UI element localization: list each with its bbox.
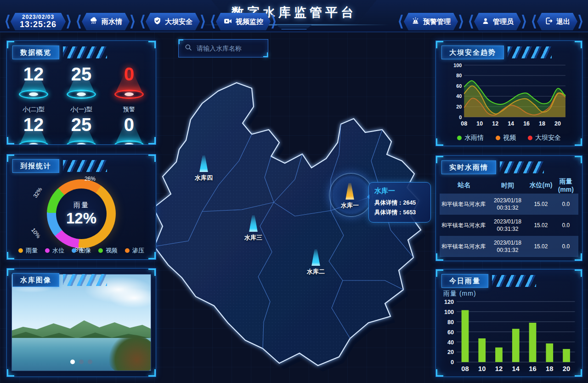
corner-decoration: [263, 52, 268, 57]
province-map-svg: [133, 64, 436, 382]
corner-decoration: [7, 137, 14, 144]
nav-logout[interactable]: 退出: [532, 13, 582, 30]
realtime-table: 站名时间水位(m)雨量(mm)和平镇老马河水库2023/01/1800:31:3…: [440, 177, 578, 261]
legend-item[interactable]: 雨量: [18, 246, 38, 255]
legend-label: 水位: [52, 246, 64, 255]
nav-label: 视频监控: [236, 17, 263, 26]
corner-decoration: [148, 252, 156, 259]
beacon-icon: [311, 249, 321, 266]
report-donut-chart: 雨量 12% 26% 32% 10% 8%: [28, 179, 134, 248]
logout-icon: [544, 17, 553, 27]
svg-text:80: 80: [456, 73, 462, 78]
legend-item[interactable]: 水位: [45, 246, 64, 255]
nav-admin-user[interactable]: 管理员: [469, 13, 526, 30]
map-tooltip: 水库一 具体详情：2645 具体详情：5653: [368, 182, 431, 223]
donut-center-value: 12%: [66, 210, 96, 227]
table-header-cell: 时间: [487, 181, 529, 190]
table-row: 和平镇老马河水库2023/01/1800:31:3215.020.0: [440, 194, 578, 215]
svg-text:08: 08: [461, 365, 469, 372]
chevron-left-icon: [141, 15, 145, 29]
time-cell: 2023/01/1800:31:32: [487, 239, 529, 254]
map-marker-reservoir-2[interactable]: 水库二: [307, 249, 325, 276]
corner-decoration: [7, 252, 14, 259]
legend-label: 视频: [503, 134, 516, 142]
table-header-row: 站名时间水位(m)雨量(mm): [440, 177, 578, 194]
panel-title: 大坝安全趋势: [441, 46, 552, 59]
legend-label: 渗压: [132, 246, 144, 255]
chevron-left-icon: [399, 15, 403, 29]
svg-text:14: 14: [508, 120, 514, 127]
legend-item[interactable]: 视频: [98, 246, 118, 255]
corner-decoration: [7, 154, 14, 162]
panel-title-text: 水库图像: [12, 273, 59, 287]
panel-title: 水库图像: [12, 273, 107, 287]
corner-decoration: [148, 269, 156, 276]
carousel-dots: [70, 360, 92, 364]
legend-label: 水雨情: [464, 134, 484, 142]
svg-text:20: 20: [456, 104, 462, 109]
corner-decoration: [148, 41, 156, 48]
donut-callout: 10%: [30, 227, 42, 240]
stat-label: 预警: [123, 105, 135, 114]
svg-text:0: 0: [451, 359, 454, 366]
svg-text:100: 100: [453, 63, 462, 68]
overview-stat: 12小(二)型: [10, 65, 57, 115]
svg-text:20: 20: [554, 120, 561, 127]
table-row: 和平镇老马河水库2023/01/1800:31:3215.020.0: [440, 257, 578, 261]
table-row: 和平镇老马河水库2023/01/1800:31:3215.020.0: [440, 236, 578, 257]
overview-stat: 25视频监控: [57, 115, 105, 145]
svg-text:14: 14: [512, 365, 520, 372]
legend-item[interactable]: 视频: [496, 134, 516, 142]
corner-decoration: [575, 269, 582, 277]
overview-stats-grid: 12小(二)型25小(一)型0预警12水雨情25视频监控0大坝安全监控: [10, 65, 153, 145]
corner-decoration: [7, 41, 14, 48]
panel-title-text: 实时水雨情: [441, 160, 496, 174]
nav-alert-management[interactable]: 预警管理: [399, 13, 463, 30]
province-map[interactable]: 水库四 水库三 水库二 水库一 水库一 具体详情：2645 具体详情：5653: [133, 64, 436, 382]
carousel-dot[interactable]: [70, 360, 75, 364]
map-marker-reservoir-3[interactable]: 水库三: [244, 215, 262, 242]
title-tab-decoration: [272, 25, 316, 29]
svg-text:100: 100: [444, 309, 454, 315]
svg-text:40: 40: [447, 339, 454, 346]
map-marker-reservoir-1[interactable]: 水库一: [341, 183, 359, 210]
chevron-right-icon: [522, 15, 526, 29]
legend-item[interactable]: 大坝安全: [528, 134, 561, 142]
map-marker-reservoir-4[interactable]: 水库四: [195, 155, 213, 182]
marker-label: 水库三: [244, 234, 262, 242]
svg-text:18: 18: [539, 120, 545, 127]
station-cell: 和平镇老马河水库: [440, 200, 487, 208]
level-cell: 15.02: [528, 222, 553, 229]
panel-realtime-water-rain: 实时水雨情 站名时间水位(m)雨量(mm)和平镇老马河水库2023/01/180…: [435, 155, 582, 261]
chevron-left-icon: [6, 15, 10, 29]
legend-item[interactable]: 水雨情: [457, 134, 484, 142]
donut-center-title: 雨量: [66, 201, 96, 210]
stat-value: 12: [23, 115, 44, 134]
panel-data-overview: 数据概览 12小(二)型25小(一)型0预警12水雨情25视频监控0大坝安全监控: [6, 40, 156, 145]
video-icon: [223, 17, 232, 27]
header-nav-right: 预警管理 管理员 退出: [399, 13, 582, 30]
nav-dam-safety[interactable]: 大坝安全: [141, 13, 205, 30]
nav-rain-water[interactable]: 雨水情: [77, 13, 135, 30]
stripe-decoration: [492, 275, 536, 287]
shield-check-icon: [153, 17, 162, 27]
nav-video-monitor[interactable]: 视频监控: [211, 13, 276, 30]
carousel-dot[interactable]: [88, 360, 92, 364]
search-input[interactable]: [197, 45, 280, 52]
legend-item[interactable]: 图像: [72, 246, 91, 255]
carousel-dot[interactable]: [79, 360, 84, 364]
chevron-right-icon: [130, 15, 135, 29]
corner-decoration: [436, 269, 443, 277]
table-header-cell: 水位(m): [528, 181, 553, 189]
panel-title: 到报统计: [12, 159, 107, 173]
time-cell: 2023/01/1800:31:32: [487, 218, 529, 233]
chevron-left-icon: [469, 15, 473, 29]
dam-trend-chart: 02040608010008101214161820: [440, 62, 579, 129]
panel-reservoir-image: 水库图像: [6, 268, 156, 377]
corner-decoration: [7, 269, 14, 276]
rain-axis-label: 雨量 (mm): [443, 290, 476, 298]
station-cell: 和平镇老马河水库: [440, 222, 487, 229]
legend-item[interactable]: 渗压: [125, 246, 144, 255]
legend-dot-icon: [98, 248, 103, 253]
donut-callout: 32%: [32, 186, 44, 199]
